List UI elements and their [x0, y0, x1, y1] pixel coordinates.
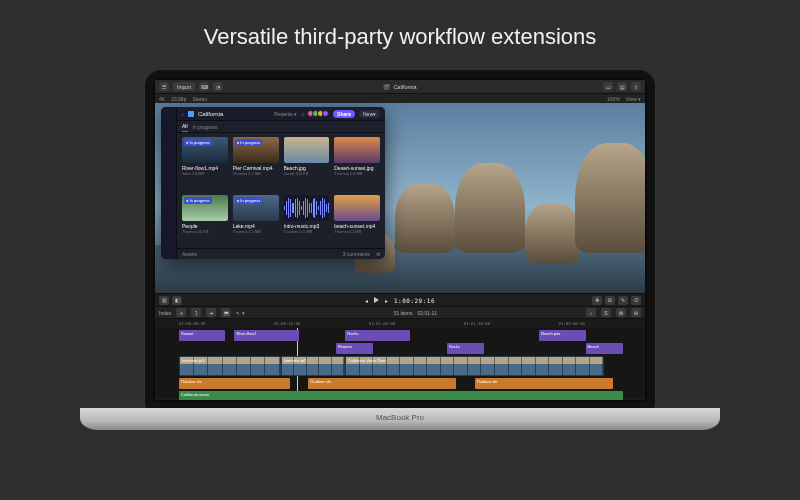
laptop-frame: ☰ Import ⌨ ◔ 🎬 California ▭ ▤ ⇪ 4K 23.98… — [145, 70, 655, 410]
titles-track-upper: SunsetRiver-flow1RocksBeach pier — [179, 330, 641, 341]
project-title: California — [393, 84, 416, 90]
snapping-button[interactable]: ⊞ — [616, 308, 626, 317]
audio-label: Stereo — [192, 96, 207, 102]
asset-card[interactable]: beach-sunset.mp4Thomas 12 MB — [334, 195, 380, 248]
overwrite-clip-button[interactable]: ⬒ — [221, 308, 231, 317]
viewer: ‹ California Recents ▾ ⌕ Share New ▾ All… — [155, 103, 645, 293]
solo-button[interactable]: S — [601, 308, 611, 317]
next-edit-button[interactable]: ▸ — [385, 297, 388, 304]
collaborator-avatars[interactable] — [309, 110, 329, 117]
clip[interactable]: Sunset — [179, 330, 225, 341]
asset-thumbnail — [284, 195, 330, 221]
clip[interactable]: Interview pt2 — [281, 356, 346, 376]
ruler-tick: 01:00:30:00 — [274, 321, 301, 326]
res-label: 4K — [159, 96, 165, 102]
timecode-display[interactable]: 1:00:29:16 — [394, 297, 435, 304]
append-clip-button[interactable]: ⇥ — [206, 308, 216, 317]
extension-header: ‹ California Recents ▾ ⌕ Share New ▾ — [177, 107, 385, 121]
asset-card[interactable]: ● In progressPeopleThomas 45 KB — [182, 195, 228, 248]
new-button[interactable]: New ▾ — [359, 110, 380, 118]
share-button[interactable]: ⇪ — [631, 82, 641, 91]
inspector-toggle-button[interactable]: ▤ — [617, 82, 627, 91]
asset-card[interactable]: Intro-music.mp3Caroline 5.5 MB — [284, 195, 330, 248]
clip[interactable]: Beach pier — [539, 330, 585, 341]
retiming-button[interactable]: ⏱ — [631, 296, 641, 305]
asset-thumbnail: ● In progress — [182, 137, 228, 163]
ruler-tick: 01:01:00:00 — [369, 321, 396, 326]
clip[interactable]: Beach — [586, 343, 623, 354]
total-duration: 02:01:11 — [418, 310, 437, 316]
asset-meta: Jake 2.8 MB — [182, 171, 228, 176]
skimmer-button[interactable]: ▥ — [159, 296, 169, 305]
titles-track-lower: FlowersRocksBeach — [179, 343, 641, 354]
import-button[interactable]: Import — [173, 82, 195, 91]
clip[interactable]: Interview pt1 — [179, 356, 281, 376]
status-badge: ● In progress — [235, 139, 263, 146]
item-count: 51 items — [394, 310, 413, 316]
keyword-button[interactable]: ⌨ — [199, 82, 209, 91]
audio-track-2: California music — [179, 391, 641, 400]
app-screen: ☰ Import ⌨ ◔ 🎬 California ▭ ▤ ⇪ 4K 23.98… — [155, 80, 645, 400]
asset-card[interactable]: ● In progressRiver-flow1.mp4Jake 2.8 MB — [182, 137, 228, 190]
clip[interactable]: California music — [179, 391, 623, 400]
tools-button[interactable]: ✎ — [618, 296, 628, 305]
prev-edit-button[interactable]: ◂ — [365, 297, 368, 304]
search-icon[interactable]: ⌕ — [301, 111, 305, 117]
asset-card[interactable]: Desert-sunset.jpgThomas 1.8 MB — [334, 137, 380, 190]
back-icon[interactable]: ‹ — [182, 111, 184, 117]
clip[interactable]: Rocks — [345, 330, 410, 341]
audio-skimmer-button[interactable]: ♪ — [586, 308, 596, 317]
project-color-icon — [188, 111, 194, 117]
ruler-tick: 01:00:00:00 — [179, 321, 206, 326]
avatar[interactable] — [322, 110, 329, 117]
zoom-percent[interactable]: 100% — [607, 96, 620, 102]
transitions-button[interactable]: ⧉ — [605, 296, 615, 305]
extension-project-title: California — [198, 111, 223, 117]
view-menu[interactable]: View ▾ — [626, 96, 641, 102]
viewer-layout-button[interactable]: ▭ — [603, 82, 613, 91]
tab-all[interactable]: All — [182, 121, 188, 132]
clip[interactable]: Outdoor sfx — [179, 378, 290, 389]
footer-assets[interactable]: Assets — [182, 251, 197, 257]
status-badge: ● In progress — [184, 139, 212, 146]
asset-card[interactable]: Beach.jpgJacob 104 KB — [284, 137, 330, 190]
ruler-tick: 01:01:30:00 — [464, 321, 491, 326]
asset-card[interactable]: ● In progressPier Carnival.mp4Thomas 1.2… — [233, 137, 279, 190]
clip[interactable]: Outdoor sfx — [475, 378, 614, 389]
status-badge: ● In progress — [184, 197, 212, 204]
library-toggle-button[interactable]: ☰ — [159, 82, 169, 91]
snap-button[interactable]: ◧ — [172, 296, 182, 305]
asset-thumbnail: ● In progress — [233, 137, 279, 163]
extension-panel[interactable]: ‹ California Recents ▾ ⌕ Share New ▾ All… — [161, 107, 385, 259]
clip[interactable]: Flowers — [336, 343, 373, 354]
index-button[interactable]: Index — [159, 310, 171, 316]
asset-thumbnail: ● In progress — [233, 195, 279, 221]
recents-dropdown[interactable]: Recents ▾ — [274, 111, 297, 117]
effects-button[interactable]: ❖ — [592, 296, 602, 305]
play-button[interactable] — [374, 297, 379, 303]
share-button-ext[interactable]: Share — [333, 110, 355, 118]
audio-track-1: Outdoor sfxOutdoor sfxOutdoor sfx — [179, 378, 641, 389]
timeline-ruler[interactable]: 01:00:00:0001:00:30:0001:01:00:0001:01:3… — [155, 319, 645, 328]
primary-storyline: Interview pt1Interview pt2California Voi… — [179, 356, 641, 376]
arrow-tool[interactable]: ↖ ▾ — [236, 310, 244, 316]
insert-clip-button[interactable]: ⤵ — [191, 308, 201, 317]
timeline[interactable]: SunsetRiver-flow1RocksBeach pier Flowers… — [155, 328, 645, 398]
marketing-headline: Versatile third-party workflow extension… — [0, 0, 800, 50]
clip[interactable]: Outdoor sfx — [308, 378, 456, 389]
clip[interactable]: River-flow1 — [234, 330, 299, 341]
tab-in-progress[interactable]: In progress — [193, 122, 218, 132]
asset-thumbnail: ● In progress — [182, 195, 228, 221]
clip[interactable]: Rocks — [447, 343, 484, 354]
asset-meta: Thomas 12 MB — [334, 229, 380, 234]
asset-card[interactable]: ● In progressLake.mp4Thomas 1.1 MB — [233, 195, 279, 248]
clip[interactable]: California Voice Over — [345, 356, 604, 376]
asset-thumbnail — [334, 195, 380, 221]
connect-clip-button[interactable]: ⎆ — [176, 308, 186, 317]
footer-comments[interactable]: 3 comments — [343, 251, 370, 257]
asset-meta: Thomas 1.2 MB — [233, 171, 279, 176]
settings-icon[interactable]: ⚙ — [376, 251, 380, 257]
format-info-bar: 4K 23.98p Stereo 100% View ▾ — [155, 94, 645, 103]
bg-tasks-button[interactable]: ◔ — [213, 82, 223, 91]
timeline-zoom-button[interactable]: ⊟ — [631, 308, 641, 317]
